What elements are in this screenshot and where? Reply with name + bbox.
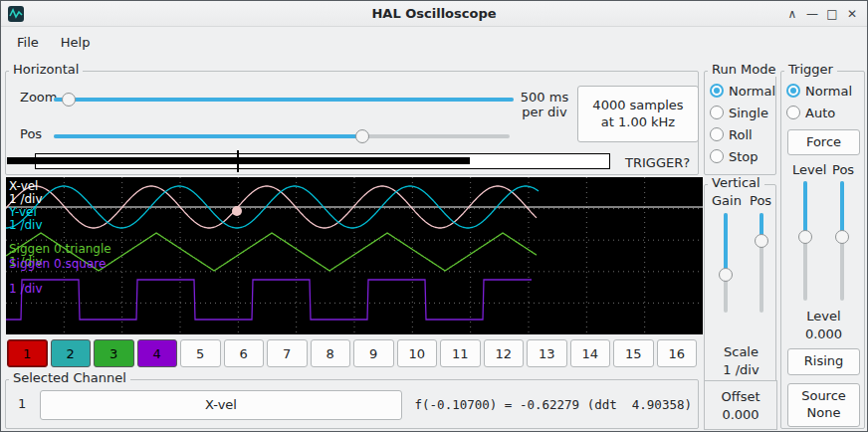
trigger-level-slider[interactable] (797, 181, 813, 301)
channel-button-10[interactable]: 10 (397, 339, 438, 367)
trigger-pos-slider[interactable] (834, 181, 850, 301)
menubar: File Help (1, 28, 867, 56)
channel-button-16[interactable]: 16 (657, 339, 698, 367)
trigger-normal-label: Normal (805, 84, 852, 99)
trigger-group: Trigger Normal Auto Force Level Pos Leve… (780, 71, 865, 429)
run-mode-stop[interactable]: Stop (710, 148, 759, 164)
channel-button-15[interactable]: 15 (613, 339, 654, 367)
channel-button-13[interactable]: 13 (527, 339, 567, 367)
selected-channel-group: Selected Channel 1 X-vel f(-0.10700) = -… (5, 379, 699, 429)
trigger-source-line2: None (807, 405, 841, 422)
run-mode-group-title: Run Mode (708, 62, 779, 77)
vertical-group-title: Vertical (708, 175, 764, 190)
trigger-source-button[interactable]: Source None (787, 383, 860, 427)
channel-button-6[interactable]: 6 (224, 339, 265, 367)
channel-button-7[interactable]: 7 (267, 339, 308, 367)
vertical-offset-value: 0.000 (722, 407, 759, 422)
run-mode-stop-label: Stop (729, 149, 759, 164)
zoom-slider-fill (54, 98, 514, 102)
trigger-level-slider-label: Level (792, 162, 826, 177)
run-mode-normal-label: Normal (729, 84, 775, 99)
horizontal-group: Horizontal Zoom 500 ms per div 4000 samp… (5, 71, 699, 175)
trigger-mode-normal[interactable]: Normal (786, 83, 852, 99)
trigger-question-label: TRIGGER? (625, 155, 690, 170)
vertical-gain-fill (724, 213, 728, 275)
zoom-slider-handle[interactable] (62, 93, 76, 107)
channel-button-2[interactable]: 2 (51, 339, 92, 367)
run-mode-roll[interactable]: Roll (710, 126, 753, 142)
channel-button-8[interactable]: 8 (311, 339, 351, 367)
trigger-source-line1: Source (801, 388, 846, 405)
vertical-scale-value: 1 /div (705, 362, 777, 377)
run-mode-single[interactable]: Single (710, 105, 768, 120)
shade-icon[interactable]: ∧ (783, 5, 801, 23)
radio-icon[interactable] (710, 127, 724, 141)
timebase-value: 500 ms (514, 90, 575, 105)
channel-button-1[interactable]: 1 (7, 339, 48, 367)
channel-scale-square: 1 /div (9, 283, 43, 296)
channel-button-row: 12345678910111213141516 (7, 339, 697, 367)
selected-channel-group-title: Selected Channel (9, 370, 130, 385)
samples-line2: at 1.00 kHz (601, 114, 675, 131)
trigger-pos-handle[interactable] (835, 230, 849, 244)
trigger-mode-auto[interactable]: Auto (786, 105, 835, 120)
timeline-overview[interactable] (6, 150, 700, 172)
channel-button-3[interactable]: 3 (94, 339, 134, 367)
trigger-level-handle[interactable] (798, 230, 812, 244)
vertical-group: Vertical Gain Pos Scale 1 /div Offset 0.… (704, 184, 776, 429)
channel-button-5[interactable]: 5 (180, 339, 221, 367)
radio-icon[interactable] (710, 106, 724, 119)
trigger-level-fill (803, 181, 807, 237)
pos-slider-handle[interactable] (355, 129, 369, 143)
timebase-unit: per div (514, 105, 575, 119)
run-mode-normal[interactable]: Normal (710, 83, 775, 99)
pos-slider[interactable] (54, 128, 510, 144)
selected-channel-name-button[interactable]: X-vel (40, 390, 402, 420)
run-mode-single-label: Single (729, 106, 768, 120)
vertical-pos-slider-label: Pos (750, 193, 771, 208)
cursor-dot[interactable] (232, 206, 242, 216)
vertical-pos-slider[interactable] (754, 213, 769, 313)
channel-scale-y-vel: 1 /div (9, 219, 43, 232)
pos-slider-fill (54, 134, 362, 138)
run-mode-roll-label: Roll (729, 127, 753, 142)
channel-button-14[interactable]: 14 (570, 339, 611, 367)
zoom-slider[interactable] (54, 92, 514, 108)
vertical-scale-label: Scale (705, 344, 777, 359)
channel-button-12[interactable]: 12 (484, 339, 525, 367)
channel-button-9[interactable]: 9 (353, 339, 394, 367)
vertical-gain-slider[interactable] (718, 213, 734, 313)
close-icon[interactable]: ✕ (843, 5, 861, 23)
window-title: HAL Oscilloscope (1, 6, 867, 21)
radio-checked-icon[interactable] (786, 84, 800, 98)
horizontal-group-title: Horizontal (9, 62, 83, 77)
force-button[interactable]: Force (787, 129, 860, 155)
pos-label: Pos (20, 126, 42, 141)
radio-icon[interactable] (786, 106, 800, 119)
trigger-pos-slider-label: Pos (832, 162, 854, 177)
timeline-trigger-marker[interactable] (237, 150, 239, 172)
minimize-icon[interactable]: — (803, 5, 821, 23)
vertical-offset-label: Offset (721, 389, 760, 404)
channel-value-readout: f(-0.10700) = -0.62279 (ddt 4.90358) (415, 397, 692, 412)
radio-icon[interactable] (710, 149, 724, 163)
channel-button-11[interactable]: 11 (440, 339, 481, 367)
channel-button-4[interactable]: 4 (137, 339, 178, 367)
scope-canvas (6, 177, 703, 334)
selected-channel-number: 1 (18, 396, 26, 411)
run-mode-group: Run Mode Normal Single Roll Stop (704, 71, 776, 175)
radio-checked-icon[interactable] (710, 84, 724, 98)
menu-help[interactable]: Help (51, 31, 101, 54)
trigger-edge-button[interactable]: Rising (787, 348, 860, 375)
scope-display[interactable]: X-vel 1 /div Y-vel 1 /div Siggen 0.trian… (6, 177, 703, 334)
vertical-pos-handle[interactable] (755, 234, 768, 248)
samples-line1: 4000 samples (592, 98, 683, 114)
maximize-icon[interactable]: □ (823, 5, 841, 23)
trigger-level-value: 0.000 (781, 326, 866, 341)
samples-button[interactable]: 4000 samples at 1.00 kHz (577, 86, 699, 142)
channel-label-square: Siggen 0.square (9, 258, 106, 271)
vertical-offset-box[interactable]: Offset 0.000 (704, 380, 777, 430)
menu-file[interactable]: File (7, 31, 49, 54)
titlebar[interactable]: HAL Oscilloscope ∧ — □ ✕ (1, 1, 867, 27)
vertical-gain-handle[interactable] (719, 268, 733, 282)
